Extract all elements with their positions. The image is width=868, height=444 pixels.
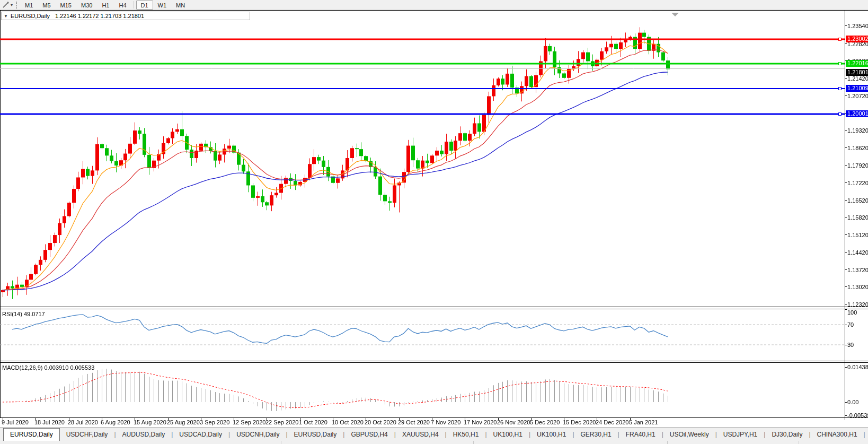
date-axis-label: 6 Aug 2020 bbox=[101, 419, 130, 425]
timeframe-toolbar: ▾ M1M5M15M30H1H4D1W1MN bbox=[0, 0, 868, 10]
chart-title-bar[interactable]: ▼ EURUSD,Daily 1.22146 1.22172 1.21703 1… bbox=[1, 12, 250, 20]
timeframe-button-mn[interactable]: MN bbox=[171, 1, 190, 10]
timeframe-button-w1[interactable]: W1 bbox=[153, 1, 172, 10]
chart-tab-uk100-h1[interactable]: UK100,H1 bbox=[487, 429, 529, 441]
date-axis-label: 24 Dec 2020 bbox=[596, 419, 628, 425]
date-axis-label: 22 Sep 2020 bbox=[265, 419, 298, 425]
date-axis-label: 25 Aug 2020 bbox=[167, 419, 200, 425]
chart-tab-china300-h1[interactable]: CHINA300,H1 bbox=[811, 429, 864, 441]
tool-dropdown-caret-icon[interactable]: ▾ bbox=[11, 3, 13, 7]
price-axis-tick: 1.12320 bbox=[847, 301, 868, 308]
date-axis-label: 1 Oct 2020 bbox=[299, 419, 327, 425]
chart-area: ▼ EURUSD,Daily 1.22146 1.22172 1.21703 1… bbox=[0, 10, 868, 427]
chart-tab-uk100-h1[interactable]: UK100,H1 bbox=[530, 429, 572, 441]
price-axis-tick: 1.14420 bbox=[847, 249, 868, 256]
date-axis-label: 5 Jan 2021 bbox=[629, 419, 658, 425]
chart-tab-ger30-h1[interactable]: GER30,H1 bbox=[574, 429, 618, 441]
rsi-axis-tick: 30 bbox=[847, 342, 854, 348]
price-axis-tick: 1.13720 bbox=[847, 267, 868, 273]
chart-tabs-bar: EURUSD,DailyUSDCHF,Daily|AUDUSD,Daily|US… bbox=[0, 427, 868, 441]
chart-symbol-label: EURUSD,Daily bbox=[11, 13, 50, 19]
price-axis-tick: 1.15120 bbox=[847, 232, 868, 238]
timeframe-button-m15[interactable]: M15 bbox=[56, 1, 76, 10]
price-axis-tick: 1.17920 bbox=[847, 162, 868, 169]
hline-price-tag[interactable]: 1.22016 bbox=[846, 60, 868, 67]
crosshair-tool-icon[interactable] bbox=[2, 1, 10, 8]
current-price-tag: 1.21801 bbox=[846, 69, 868, 76]
date-axis-label: 20 Oct 2020 bbox=[365, 419, 396, 425]
chart-tab-eurusd-daily[interactable]: EURUSD,Daily bbox=[3, 428, 60, 441]
date-axis-label: 3 Sep 2020 bbox=[200, 419, 229, 425]
timeframe-button-m30[interactable]: M30 bbox=[76, 1, 97, 10]
rsi-axis-tick: 70 bbox=[847, 321, 854, 328]
price-axis-tick: 1.15820 bbox=[847, 214, 868, 221]
chart-tab-hk50-h1[interactable]: HK50,H1 bbox=[447, 429, 485, 441]
chart-tab-fra40-h1[interactable]: FRA40,H1 bbox=[619, 429, 662, 441]
collapse-caret-icon[interactable]: ▼ bbox=[4, 14, 8, 19]
macd-indicator-label: MACD(12,26,9) 0.003910 0.005533 bbox=[2, 364, 94, 371]
chart-tab-audusd-daily[interactable]: AUDUSD,Daily bbox=[116, 429, 172, 441]
date-axis-label: 17 Nov 2020 bbox=[464, 419, 497, 425]
date-axis-label: 26 Nov 2020 bbox=[497, 419, 530, 425]
chart-tab-usoil[interactable]: USOil, bbox=[865, 429, 868, 441]
price-axis-tick: 1.20720 bbox=[847, 93, 868, 99]
date-axis-label: 5 Dec 2020 bbox=[530, 419, 560, 425]
chart-tab-usdcad-daily[interactable]: USDCAD,Daily bbox=[173, 429, 228, 441]
hline-price-tag[interactable]: 1.20001 bbox=[846, 110, 868, 117]
date-axis-label: 28 Jul 2020 bbox=[68, 419, 98, 425]
date-axis-label: 18 Jul 2020 bbox=[34, 419, 65, 425]
toolbar-grip[interactable] bbox=[16, 2, 17, 8]
macd-axis-tick: 0.014384 bbox=[847, 364, 868, 370]
price-axis-tick: 1.16520 bbox=[847, 197, 868, 204]
date-axis-label: 10 Oct 2020 bbox=[332, 419, 364, 425]
mt4-window: ▾ M1M5M15M30H1H4D1W1MN ▼ EURUSD,Daily 1.… bbox=[0, 0, 868, 444]
date-axis-label: 9 Jul 2020 bbox=[2, 419, 29, 425]
date-axis-label: 7 Nov 2020 bbox=[431, 419, 460, 425]
price-axis-tick: 1.21420 bbox=[847, 75, 868, 82]
price-axis-tick: 1.13020 bbox=[847, 284, 868, 290]
timeframe-button-m5[interactable]: M5 bbox=[38, 1, 55, 10]
chart-tab-xauusd-h4[interactable]: XAUUSD,H4 bbox=[396, 429, 445, 441]
date-axis-label: 15 Aug 2020 bbox=[134, 419, 166, 425]
chart-tab-usdjpy-h1[interactable]: USDJPY,H1 bbox=[717, 429, 764, 441]
price-chart-canvas[interactable] bbox=[0, 10, 868, 427]
date-axis-label: 15 Dec 2020 bbox=[563, 419, 596, 425]
price-axis-tick: 1.18620 bbox=[847, 145, 868, 151]
chart-tab-usdcnh-daily[interactable]: USDCNH,Daily bbox=[230, 429, 286, 441]
date-axis-label: 29 Oct 2020 bbox=[398, 419, 430, 425]
chart-tab-usdchf-daily[interactable]: USDCHF,Daily bbox=[60, 429, 114, 441]
price-axis-tick: 1.17220 bbox=[847, 180, 868, 186]
timeframe-button-d1[interactable]: D1 bbox=[136, 1, 153, 10]
toolbar-separator bbox=[134, 1, 134, 8]
timeframe-button-h1[interactable]: H1 bbox=[97, 1, 114, 10]
date-axis-label: 12 Sep 2020 bbox=[233, 419, 265, 425]
price-axis-tick: 1.19320 bbox=[847, 127, 868, 134]
macd-axis-tick: 0.00 bbox=[847, 399, 858, 405]
chart-ohlc-quotes: 1.22146 1.22172 1.21703 1.21801 bbox=[55, 13, 144, 19]
timeframe-button-m1[interactable]: M1 bbox=[20, 1, 38, 10]
chart-tab-dj30-daily[interactable]: DJ30,Daily bbox=[765, 429, 809, 441]
hline-price-tag[interactable]: 1.21009 bbox=[846, 85, 868, 92]
chart-tab-eurusd-daily[interactable]: EURUSD,Daily bbox=[288, 429, 343, 441]
rsi-indicator-label: RSI(14) 49.0717 bbox=[2, 311, 45, 317]
chart-tab-gbpusd-h4[interactable]: GBPUSD,H4 bbox=[344, 429, 394, 441]
macd-axis-tick: -0.005396 bbox=[847, 412, 868, 419]
status-bar bbox=[0, 441, 868, 444]
hline-price-tag[interactable]: 1.23002 bbox=[846, 36, 868, 42]
rsi-axis-tick: 100 bbox=[847, 309, 857, 316]
chart-tab-usoil-weekly[interactable]: USOil,Weekly bbox=[663, 429, 715, 441]
timeframe-button-h4[interactable]: H4 bbox=[114, 1, 131, 10]
price-axis-tick: 1.23540 bbox=[847, 23, 868, 29]
